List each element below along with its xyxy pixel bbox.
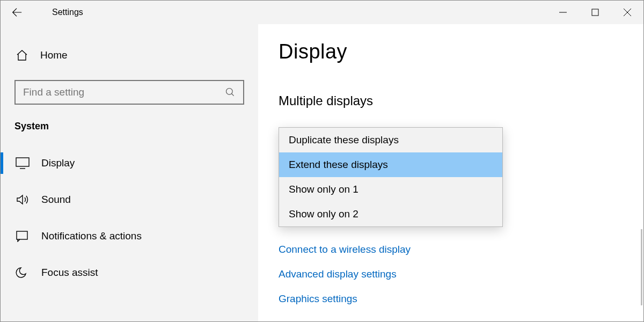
svg-rect-8 [17,231,27,239]
titlebar: Settings [1,1,643,24]
close-icon [624,9,631,16]
sidebar-item-label: Display [41,157,75,169]
svg-point-4 [226,89,233,95]
sidebar-item-label: Sound [41,194,71,206]
home-label: Home [40,49,68,61]
sidebar-section-label: System [14,121,258,132]
sidebar-item-label: Focus assist [41,267,98,279]
section-heading: Multiple displays [279,93,643,108]
back-button[interactable] [1,1,33,24]
sidebar-item-focus-assist[interactable]: Focus assist [1,254,258,291]
close-button[interactable] [611,1,643,24]
search-input[interactable] [14,80,244,105]
focus-assist-icon [16,266,30,280]
page-title: Display [279,40,643,63]
maximize-icon [591,9,599,16]
sound-icon [16,193,30,207]
content-pane: Display Multiple displays Connect to a w… [258,24,643,321]
arrow-left-icon [11,6,23,18]
search-icon [225,87,236,98]
dropdown-option[interactable]: Show only on 1 [279,177,502,202]
window-title: Settings [52,8,83,17]
link-graphics-settings[interactable]: Graphics settings [279,293,643,305]
sidebar-item-label: Notifications & actions [41,230,142,242]
sidebar-home[interactable]: Home [1,42,258,68]
sidebar-item-notifications[interactable]: Notifications & actions [1,218,258,254]
link-connect-wireless-display[interactable]: Connect to a wireless display [279,244,643,255]
dropdown-option[interactable]: Duplicate these displays [279,128,502,152]
svg-line-5 [232,94,234,96]
dropdown-option-selected[interactable]: Extend these displays [279,152,502,177]
sidebar-item-sound[interactable]: Sound [1,181,258,218]
search-field[interactable] [23,86,225,98]
link-advanced-display-settings[interactable]: Advanced display settings [279,268,643,280]
svg-rect-6 [16,158,29,166]
svg-rect-1 [592,9,598,16]
sidebar-item-display[interactable]: Display [1,145,258,181]
maximize-button[interactable] [579,1,611,24]
dropdown-option[interactable]: Show only on 2 [279,202,502,226]
minimize-icon [559,9,567,16]
notifications-icon [16,229,30,243]
display-icon [16,156,30,170]
multiple-displays-dropdown[interactable]: Duplicate these displays Extend these di… [279,127,503,227]
home-icon [16,49,28,62]
scrollbar[interactable] [641,229,642,305]
sidebar: Home System Display Sound [1,24,258,321]
minimize-button[interactable] [547,1,579,24]
